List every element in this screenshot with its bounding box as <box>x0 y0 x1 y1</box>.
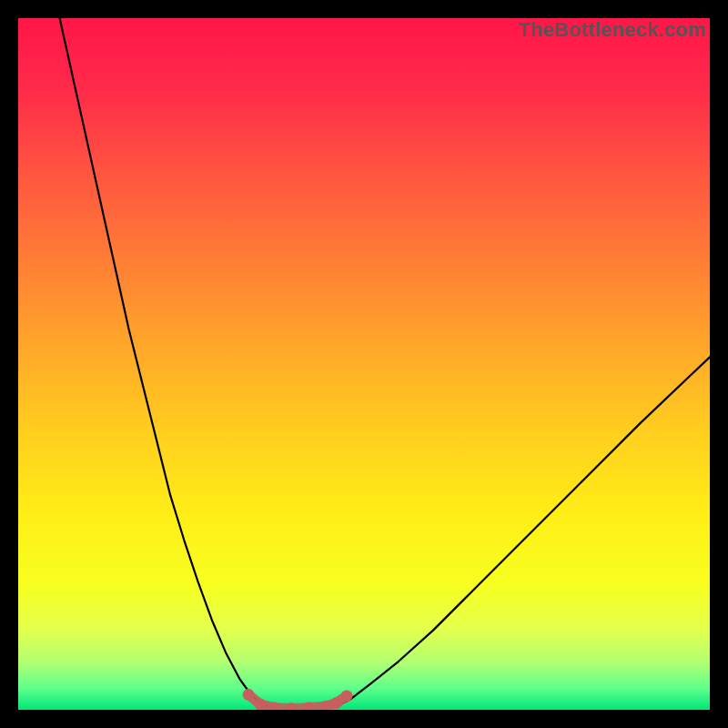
left-curve <box>60 18 268 706</box>
optimal-zone-dot <box>330 697 342 709</box>
optimal-zone-dot <box>255 698 267 710</box>
attribution-watermark: TheBottleneck.com <box>519 18 706 42</box>
plot-area <box>18 18 710 710</box>
chart-svg <box>18 18 710 710</box>
optimal-zone-dot <box>243 689 255 701</box>
chart-frame: TheBottleneck.com <box>0 0 728 728</box>
right-curve <box>337 357 710 706</box>
optimal-zone-dot <box>341 690 353 702</box>
